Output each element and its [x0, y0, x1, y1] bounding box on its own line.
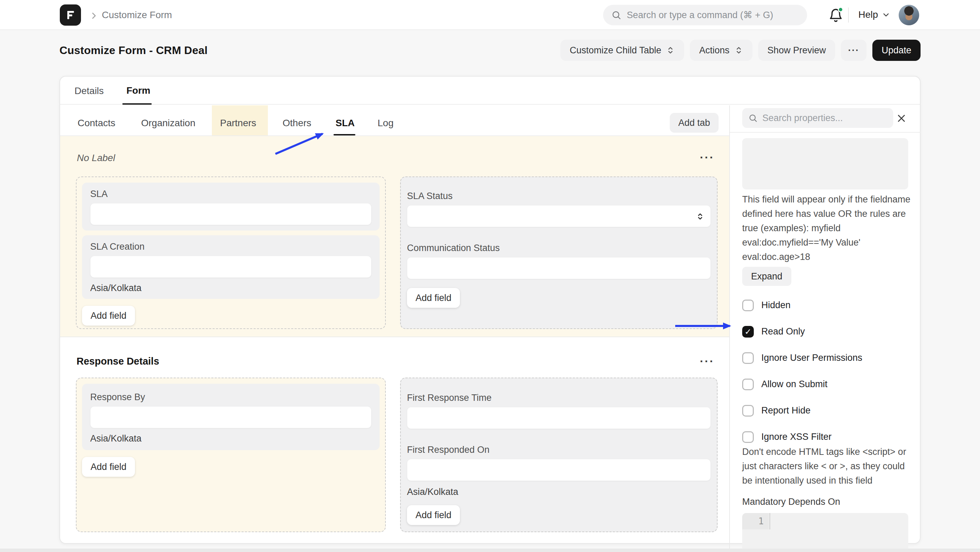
breadcrumb[interactable]: Customize Form — [102, 10, 172, 21]
timezone-label: Asia/Kolkata — [90, 433, 371, 444]
actions-button[interactable]: Actions — [690, 40, 752, 61]
column-sla-right[interactable]: SLA Status Communication Status Add fiel… — [400, 177, 718, 329]
section-title[interactable]: No Label — [77, 153, 115, 163]
sla-creation-input[interactable] — [90, 256, 371, 278]
column-response-left[interactable]: Response By Asia/Kolkata Add field — [76, 378, 386, 532]
field-sla[interactable]: SLA — [82, 183, 380, 231]
more-options-button[interactable]: ··· — [841, 40, 867, 61]
check-icon: ✓ — [745, 327, 751, 337]
first-responded-on-input[interactable] — [407, 459, 711, 481]
select-updown-icon — [695, 212, 705, 221]
checkbox-box[interactable] — [742, 431, 754, 443]
first-response-time-input[interactable] — [407, 407, 711, 429]
section-title[interactable]: Response Details — [76, 356, 159, 367]
select-updown-icon — [666, 46, 675, 55]
xss-description: Don't encode HTML tags like <script> or … — [742, 445, 911, 488]
depends-on-editor-partial[interactable] — [742, 138, 908, 190]
tab-form[interactable]: Form — [126, 85, 150, 96]
navbar-divider — [848, 8, 849, 22]
sidebar-divider — [729, 105, 730, 552]
sla-input[interactable] — [90, 203, 371, 225]
bottom-edge — [0, 549, 980, 552]
expand-button[interactable]: Expand — [742, 267, 791, 286]
top-navbar: Customize Form Help — [0, 0, 980, 30]
timezone-label: Asia/Kolkata — [407, 487, 711, 497]
form-tab-organization[interactable]: Organization — [141, 118, 196, 129]
sla-status-select[interactable] — [407, 205, 711, 227]
mandatory-depends-on-editor[interactable]: 1 — [742, 513, 908, 552]
checkbox-box[interactable] — [742, 405, 754, 416]
ellipsis-icon: ··· — [848, 45, 859, 56]
form-tab-log[interactable]: Log — [377, 118, 394, 129]
form-tab-sla[interactable]: SLA — [336, 118, 355, 129]
page-title: Customize Form - CRM Deal — [59, 44, 207, 57]
property-checkbox-list: Hidden ✓ Read Only Ignore User Permissio… — [742, 292, 913, 450]
line-number: 1 — [758, 516, 764, 526]
user-avatar[interactable] — [899, 5, 919, 25]
field-label: SLA Creation — [90, 241, 371, 252]
chevron-down-icon — [881, 10, 891, 19]
checkbox-hidden[interactable]: Hidden — [742, 292, 913, 318]
select-updown-icon — [734, 46, 743, 55]
field-response-by[interactable]: Response By Asia/Kolkata — [82, 384, 380, 450]
customize-child-table-button[interactable]: Customize Child Table — [560, 40, 684, 61]
breadcrumb-chevron-icon — [89, 11, 99, 21]
global-search[interactable] — [603, 5, 807, 25]
field-label: SLA Status — [407, 191, 711, 201]
add-field-button[interactable]: Add field — [82, 306, 135, 325]
field-label: First Response Time — [407, 392, 711, 403]
form-tab-partners[interactable]: Partners — [220, 118, 256, 129]
add-field-button[interactable]: Add field — [407, 505, 460, 525]
form-tab-others[interactable]: Others — [283, 118, 311, 129]
column-response-right[interactable]: First Response Time First Responded On A… — [400, 378, 718, 532]
doc-tabs-bar — [60, 77, 920, 105]
search-icon — [748, 113, 757, 123]
page-header: Customize Form - CRM Deal Customize Chil… — [59, 38, 921, 62]
field-label: First Responded On — [407, 445, 711, 455]
response-by-input[interactable] — [90, 406, 371, 428]
tab-details[interactable]: Details — [75, 86, 104, 96]
search-icon — [611, 10, 621, 21]
field-sla-creation[interactable]: SLA Creation Asia/Kolkata — [82, 235, 380, 299]
properties-search-input[interactable] — [762, 113, 887, 123]
editor-gutter: 1 — [742, 513, 769, 530]
checkbox-report-hide[interactable]: Report Hide — [742, 397, 913, 424]
section-menu-button[interactable]: ··· — [700, 358, 714, 365]
update-button[interactable]: Update — [872, 40, 921, 61]
checkbox-box[interactable] — [742, 300, 754, 311]
checkbox-box[interactable] — [742, 379, 754, 390]
properties-search[interactable] — [742, 108, 893, 128]
section-menu-button[interactable]: ··· — [700, 154, 714, 161]
checkbox-box-checked[interactable]: ✓ — [742, 326, 754, 338]
add-field-button[interactable]: Add field — [82, 457, 135, 477]
editor-gutter-border — [770, 513, 770, 530]
help-label: Help — [858, 9, 878, 20]
active-form-tab-underline — [334, 134, 355, 136]
checkbox-read-only[interactable]: ✓ Read Only — [742, 318, 913, 345]
checkbox-ignore-user-permissions[interactable]: Ignore User Permissions — [742, 345, 913, 371]
form-tab-contacts[interactable]: Contacts — [78, 118, 116, 129]
frappe-logo-icon[interactable] — [60, 5, 81, 26]
sidebar-header-border — [730, 132, 921, 133]
field-label: SLA — [90, 189, 371, 199]
field-label: Communication Status — [407, 243, 711, 254]
communication-status-input[interactable] — [407, 257, 711, 279]
timezone-label: Asia/Kolkata — [90, 283, 371, 294]
add-tab-button[interactable]: Add tab — [670, 113, 719, 133]
notification-dot — [838, 7, 843, 12]
active-tab-underline — [123, 103, 152, 105]
depends-on-description: This field will appear only if the field… — [742, 192, 911, 264]
show-preview-button[interactable]: Show Preview — [758, 40, 835, 61]
add-field-button[interactable]: Add field — [407, 288, 460, 308]
checkbox-allow-on-submit[interactable]: Allow on Submit — [742, 371, 913, 397]
checkbox-box[interactable] — [742, 352, 754, 364]
help-menu[interactable]: Help — [858, 9, 891, 20]
close-sidebar-icon[interactable] — [896, 113, 907, 124]
field-label: Response By — [90, 392, 371, 402]
column-sla-left[interactable]: SLA SLA Creation Asia/Kolkata Add field — [76, 177, 386, 329]
global-search-input[interactable] — [627, 10, 799, 21]
mandatory-depends-on-label: Mandatory Depends On — [742, 496, 840, 507]
